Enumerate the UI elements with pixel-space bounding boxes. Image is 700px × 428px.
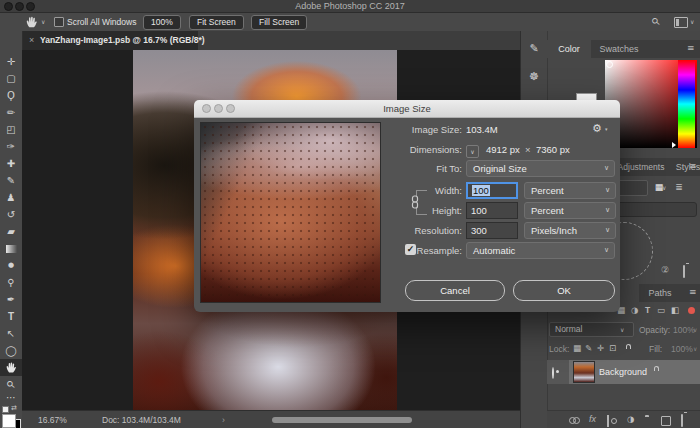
tab-paths[interactable]: Paths [641,284,679,302]
pen-tool[interactable]: ✒ [0,291,22,308]
library-list-view-button[interactable]: ≣ [671,179,687,195]
opacity-label: Opacity: [639,325,670,335]
adjustments-panel-icon[interactable]: ☸ [523,65,545,89]
fit-screen-button[interactable]: Fit Screen [189,15,244,30]
library-sync-status-icon[interactable]: ② [661,265,669,275]
layer-visibility-cell[interactable] [547,360,569,384]
fit-to-dropdown[interactable]: Original Size ∨ [466,160,615,177]
filter-shape-layers-icon[interactable]: ▭ [657,305,665,315]
filter-adjustment-layers-icon[interactable]: ◑ [631,305,638,315]
workspace-layout-icon[interactable] [674,17,688,28]
zoom-100-button[interactable]: 100% [143,15,181,30]
swap-colors-icon[interactable]: ⇄ [11,404,17,412]
filter-smart-object-icon[interactable]: ◧ [671,305,679,315]
path-selection-tool[interactable]: ↖ [0,325,22,342]
eyedropper-tool[interactable]: ✑ [0,138,22,155]
rectangular-marquee-tool[interactable]: ▢ [0,70,22,87]
scroll-all-windows-checkbox[interactable] [54,17,64,27]
dimensions-unit-chevron[interactable]: ∨ [466,145,479,158]
search-icon[interactable]: ⚲ [649,15,662,28]
layer-thumbnail[interactable] [573,361,595,383]
dialog-titlebar[interactable]: Image Size [194,100,620,118]
fit-to-chevron-icon: ∨ [604,161,609,176]
layer-filter-toggle[interactable] [688,307,695,314]
width-unit-chevron-icon: ∨ [605,183,610,198]
gradient-tool[interactable] [0,240,22,257]
default-colors-icon[interactable] [2,406,9,413]
doc-size-info: Doc: 103.4M/103.4M [102,415,181,425]
fit-to-label: Fit To: [382,163,462,174]
opacity-value[interactable]: 100% [673,325,695,335]
layers-panel-menu-icon[interactable]: ≡ [689,287,697,297]
clone-stamp-tool[interactable]: ♟ [0,189,22,206]
fill-screen-button[interactable]: Fill Screen [251,15,307,30]
layer-name[interactable]: Background [599,367,647,377]
tab-swatches[interactable]: Swatches [591,40,647,58]
crop-tool[interactable]: ◰ [0,121,22,138]
app-title: Adobe Photoshop CC 2017 [0,0,700,12]
resample-dropdown[interactable]: Automatic ∨ [466,242,615,259]
workspace-chevron-icon[interactable]: ∨ [690,18,694,25]
document-tab[interactable]: × YanZhang-Image1.psb @ 16.7% (RGB/8*) [22,31,198,50]
dialog-gear-icon[interactable]: ⚙ [592,122,602,135]
lock-position-icon[interactable]: ✛ [597,343,604,353]
lock-transparency-icon[interactable]: ▦ [573,343,581,353]
library-panel-menu-icon[interactable]: ≡ [689,161,697,171]
dodge-tool[interactable]: ⚲ [0,274,22,291]
type-tool[interactable]: T [0,308,22,325]
ok-button[interactable]: OK [513,280,615,301]
hand-tool[interactable] [0,359,22,376]
color-panel-menu-icon[interactable]: ≡ [687,43,695,53]
lock-pixels-icon[interactable]: ✎ [585,343,592,353]
move-tool[interactable]: ✛ [0,53,22,70]
foreground-color-swatch[interactable] [2,414,16,428]
adjustment-layer-icon[interactable]: ◑ [627,414,634,424]
zoom-level-field[interactable]: 16.67% [38,415,67,425]
blend-mode-dropdown[interactable]: Normal ∨ [549,322,634,337]
add-mask-icon[interactable] [607,415,609,427]
zoom-tool[interactable]: ⚲ [0,376,22,393]
app-titlebar[interactable]: Adobe Photoshop CC 2017 [0,0,700,13]
library-delete-icon[interactable] [683,265,685,278]
eraser-tool[interactable]: ▰ [0,223,22,240]
new-layer-icon[interactable] [661,416,671,426]
tab-adjustments[interactable]: Adjustments [611,158,671,176]
height-unit-value: Percent [531,205,564,216]
hand-icon [5,361,18,374]
layer-row-background[interactable]: Background [547,360,700,384]
quick-selection-tool[interactable]: ✏ [0,104,22,121]
library-grid-view-button[interactable]: ▦ [651,179,667,195]
history-brush-tool[interactable]: ↺ [0,206,22,223]
height-unit-dropdown[interactable]: Percent ∨ [524,202,616,219]
fill-value[interactable]: 100% [671,344,693,354]
color-picker-marker[interactable] [606,61,613,68]
opacity-chevron-icon[interactable]: ∨ [693,326,697,333]
brush-tool[interactable]: ✎ [0,172,22,189]
tool-preset-chevron-icon[interactable]: ∨ [41,18,45,25]
resolution-unit-dropdown[interactable]: Pixels/Inch ∨ [524,222,616,239]
width-unit-dropdown[interactable]: Percent ∨ [524,182,616,199]
blur-tool[interactable]: ● [0,257,22,274]
width-input[interactable]: 100 [466,182,518,199]
resolution-input[interactable]: 300 [466,222,518,239]
lasso-tool[interactable]: Ϙ [0,87,22,104]
hue-slider[interactable] [678,60,695,148]
eye-icon[interactable] [552,367,554,379]
fill-chevron-icon[interactable]: ∨ [693,345,697,352]
ellipse-tool[interactable]: ◯ [0,342,22,359]
layer-style-icon[interactable]: fx [589,414,596,424]
spot-healing-brush-tool[interactable]: ✚ [0,155,22,172]
close-document-icon[interactable]: × [29,31,34,50]
resample-value: Automatic [473,245,515,256]
horizontal-scrollbar-thumb[interactable] [272,417,412,423]
height-input[interactable]: 100 [466,202,518,219]
hue-slider-marker[interactable] [672,142,676,148]
tab-color[interactable]: Color [547,40,591,58]
filter-type-layers-icon[interactable]: T [645,305,650,315]
brush-presets-panel-icon[interactable]: ✎ [523,37,545,61]
cancel-button[interactable]: Cancel [405,280,505,301]
lock-artboard-icon[interactable]: ⊡ [609,343,616,353]
image-size-preview[interactable] [200,122,381,303]
status-popup-chevron-icon[interactable]: › [222,415,225,425]
delete-layer-icon[interactable] [681,414,683,427]
